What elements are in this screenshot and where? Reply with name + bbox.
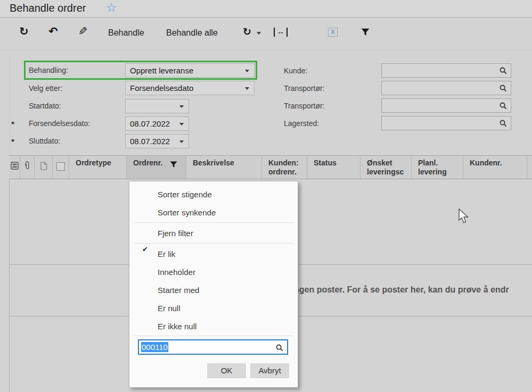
column-filter-menu: Sorter stigende Sorter synkende Fjern fi… <box>129 181 298 388</box>
carrier2-lookup-input[interactable] <box>381 98 511 113</box>
customer-label: Kunde: <box>284 66 307 75</box>
filter-value-input[interactable]: 000110 <box>138 339 288 355</box>
required-star-icon: ★ <box>11 138 15 143</box>
column-header-status[interactable]: Status <box>307 156 361 179</box>
grid-settings-column[interactable] <box>9 156 20 179</box>
attachments-column[interactable] <box>20 156 35 179</box>
end-date-value: 08.07.2022 <box>130 137 170 146</box>
empty-grid-message: ngen poster. For å se poster her, kan du… <box>294 285 509 295</box>
select-by-select[interactable]: Forsendelsesdato <box>125 81 255 95</box>
export-excel-icon: X <box>328 28 338 37</box>
shipment-date-select[interactable]: 08.07.2022 <box>125 116 189 131</box>
menu-item-starts-with[interactable]: Starter med <box>129 281 298 299</box>
fit-width-icon[interactable]: ↔ <box>274 28 288 37</box>
paperclip-icon <box>23 161 31 170</box>
carrier2-label: Transportør: <box>284 102 325 110</box>
refresh-icon[interactable]: ↻ <box>19 26 29 37</box>
carrier-label: Transportør: <box>284 84 325 93</box>
menu-item-sort-descending[interactable]: Sorter synkende <box>129 204 298 222</box>
filter-panel-border <box>10 51 10 152</box>
select-by-value: Forsendelsesdato <box>130 84 193 93</box>
process-button[interactable]: Behandle <box>108 28 144 38</box>
menu-divider <box>134 243 293 244</box>
grid-header-row: Ordretype Ordrenr. Beskrivelse Kunden: o… <box>9 155 532 179</box>
filter-value-selected-text: 000110 <box>141 342 168 352</box>
column-header-requested-delivery[interactable]: Ønsket leveringsc <box>361 156 412 179</box>
process-all-button[interactable]: Behandle alle <box>166 28 218 38</box>
required-star-icon: ★ <box>11 120 15 126</box>
search-icon[interactable] <box>500 67 507 74</box>
undo-icon[interactable]: ↶ <box>48 26 58 37</box>
shipment-date-value: 08.07.2022 <box>130 119 170 128</box>
start-date-label: Startdato: <box>29 102 61 110</box>
chevron-down-icon <box>179 140 184 143</box>
search-icon[interactable] <box>500 85 507 92</box>
menu-item-is-null[interactable]: Er null <box>129 299 298 318</box>
menu-item-is-not-null[interactable]: Er ikke null <box>129 318 298 336</box>
column-header-ordernr[interactable]: Ordrenr. <box>127 156 186 179</box>
end-date-label: Sluttdato: <box>29 137 60 145</box>
edit-pencil-icon[interactable]: ✎ <box>78 26 88 37</box>
chevron-down-icon <box>245 87 249 90</box>
file-icon <box>40 162 47 170</box>
chevron-down-icon <box>179 105 184 108</box>
filter-funnel-icon[interactable] <box>361 28 370 36</box>
checkmark-icon: ✔ <box>142 245 148 253</box>
menu-item-sort-ascending[interactable]: Sorter stigende <box>129 186 298 204</box>
search-icon[interactable] <box>276 344 283 352</box>
select-all-column[interactable] <box>53 156 69 179</box>
search-icon[interactable] <box>500 102 507 110</box>
select-all-checkbox[interactable] <box>56 162 65 171</box>
warehouse-lookup-input[interactable] <box>381 116 511 130</box>
column-header-cut[interactable]: K <box>527 156 532 179</box>
end-date-select[interactable]: 08.07.2022 <box>125 134 189 148</box>
start-date-select[interactable] <box>125 99 189 113</box>
toolbar: ↻ ↶ ✎ Behandle Behandle alle ↻ ↔ X <box>0 18 532 51</box>
cancel-button[interactable]: Avbryt <box>250 363 289 378</box>
column-filter-funnel-icon[interactable] <box>170 161 177 168</box>
shipment-date-label: Forsendelsesdato: <box>29 119 90 128</box>
column-header-description[interactable]: Beskrivelse <box>186 156 262 179</box>
menu-item-equals[interactable]: ✔ Er lik <box>129 245 298 263</box>
mouse-cursor <box>458 208 470 224</box>
column-header-planned-delivery[interactable]: Planl. levering <box>412 156 463 179</box>
highlight-box <box>24 61 257 80</box>
menu-item-contains[interactable]: Inneholder <box>129 263 298 281</box>
schedule-refresh-icon[interactable]: ↻ <box>243 26 251 38</box>
menu-divider <box>134 336 293 336</box>
menu-divider <box>134 222 293 223</box>
carrier-lookup-input[interactable] <box>381 81 511 95</box>
customer-lookup-input[interactable] <box>381 63 511 78</box>
column-header-customer-nr[interactable]: Kundenr. <box>463 156 527 179</box>
page-title: Behandle ordrer <box>10 2 86 14</box>
column-header-customer-order[interactable]: Kunden: ordrenr. <box>262 156 307 179</box>
notes-column[interactable] <box>35 156 53 179</box>
grid-settings-icon[interactable] <box>11 162 19 170</box>
column-header-ordertype[interactable]: Ordretype <box>69 156 127 179</box>
menu-item-clear-filter[interactable]: Fjern filter <box>129 224 298 243</box>
warehouse-label: Lagersted: <box>284 119 319 128</box>
grid-left-border <box>9 155 10 392</box>
search-icon[interactable] <box>500 120 507 127</box>
favorite-star-icon[interactable]: ☆ <box>106 1 117 15</box>
chevron-down-icon <box>179 123 184 126</box>
ok-button[interactable]: OK <box>207 363 246 378</box>
title-bar: Behandle ordrer ☆ <box>0 0 532 18</box>
process-orders-screen: Behandle ordrer ☆ ↻ ↶ ✎ Behandle Behandl… <box>0 0 532 392</box>
select-by-label: Velg etter: <box>29 84 62 93</box>
schedule-refresh-caret-icon[interactable] <box>257 32 261 35</box>
